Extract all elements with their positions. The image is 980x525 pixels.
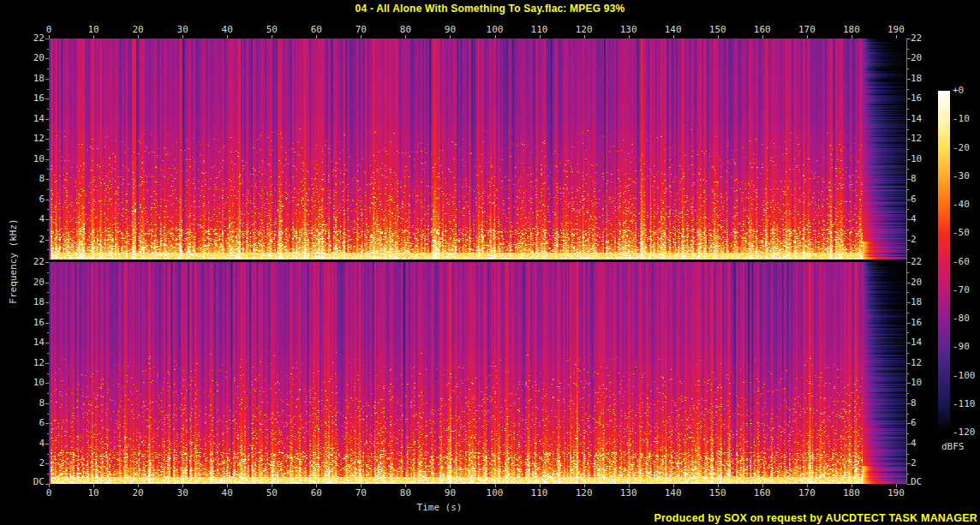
dbfs-colorbar bbox=[938, 91, 950, 433]
freq-tick-label: 4 bbox=[0, 214, 45, 224]
time-tick-label: 180 bbox=[843, 488, 860, 498]
freq-tick bbox=[907, 219, 911, 220]
freq-tick bbox=[45, 283, 49, 283]
time-tick-label: 130 bbox=[620, 25, 637, 35]
freq-minor-tick bbox=[47, 332, 49, 333]
time-tick bbox=[182, 35, 183, 39]
time-tick-label: 40 bbox=[222, 488, 233, 498]
freq-tick bbox=[45, 240, 49, 241]
freq-minor-tick bbox=[47, 393, 49, 394]
freq-minor-tick bbox=[907, 292, 909, 293]
freq-minor-tick bbox=[907, 313, 909, 313]
time-tick bbox=[629, 35, 630, 39]
freq-tick bbox=[907, 240, 911, 241]
freq-tick-label: 18 bbox=[911, 74, 922, 84]
freq-tick-label: 22 bbox=[0, 257, 45, 267]
freq-tick bbox=[907, 58, 911, 59]
freq-tick-label: 10 bbox=[0, 154, 45, 164]
colorbar-tick-label: -120 bbox=[953, 427, 976, 438]
freq-tick-label: 4 bbox=[911, 438, 917, 449]
freq-minor-tick bbox=[907, 189, 909, 190]
freq-tick bbox=[907, 403, 911, 404]
freq-tick bbox=[45, 302, 49, 303]
freq-minor-tick bbox=[907, 109, 909, 110]
time-tick-label: 20 bbox=[132, 25, 143, 35]
freq-tick-label: 18 bbox=[0, 74, 45, 84]
time-tick-label: 100 bbox=[487, 488, 504, 498]
colorbar-tick-label: -40 bbox=[953, 200, 970, 210]
time-tick-label: 170 bbox=[798, 488, 816, 498]
freq-tick bbox=[907, 302, 911, 303]
time-tick-label: 10 bbox=[87, 488, 99, 498]
time-tick bbox=[896, 35, 897, 39]
freq-minor-tick bbox=[47, 169, 49, 170]
time-tick-label: 120 bbox=[576, 488, 593, 498]
time-tick-label: 80 bbox=[400, 25, 411, 35]
time-tick-label: 30 bbox=[177, 488, 188, 498]
colorbar-tick-label: -90 bbox=[953, 342, 970, 352]
freq-minor-tick bbox=[47, 433, 49, 434]
freq-minor-tick bbox=[47, 353, 49, 354]
time-tick-label: 70 bbox=[356, 488, 367, 498]
time-tick-label: 160 bbox=[754, 488, 771, 498]
time-tick bbox=[227, 35, 228, 39]
freq-minor-tick bbox=[47, 313, 49, 313]
time-tick-label: 70 bbox=[356, 25, 367, 35]
freq-tick-label: 16 bbox=[0, 93, 45, 104]
freq-tick-label: 6 bbox=[0, 418, 45, 428]
freq-tick bbox=[45, 119, 49, 120]
freq-tick bbox=[45, 58, 49, 59]
colorbar-tick-label: -110 bbox=[953, 399, 976, 409]
freq-minor-tick bbox=[907, 353, 909, 354]
time-tick-label: 0 bbox=[46, 25, 52, 35]
time-tick-label: 140 bbox=[665, 488, 682, 498]
spectrogram-channel-1 bbox=[49, 39, 906, 260]
freq-tick bbox=[907, 484, 911, 485]
freq-minor-tick bbox=[907, 89, 909, 90]
freq-tick-label: 2 bbox=[0, 235, 45, 245]
freq-minor-tick bbox=[47, 414, 49, 415]
freq-tick-label: 2 bbox=[911, 235, 917, 245]
freq-minor-tick bbox=[47, 69, 49, 69]
dc-label: DC bbox=[911, 477, 922, 487]
freq-tick-label: 16 bbox=[911, 93, 922, 104]
freq-minor-tick bbox=[47, 49, 49, 50]
freq-tick bbox=[907, 363, 911, 364]
time-tick-label: 10 bbox=[87, 25, 99, 35]
freq-tick bbox=[45, 343, 49, 343]
freq-tick bbox=[45, 463, 49, 464]
freq-tick bbox=[907, 98, 911, 99]
time-tick-label: 130 bbox=[620, 488, 637, 498]
freq-tick-label: 8 bbox=[0, 398, 45, 409]
freq-tick-label: 10 bbox=[0, 378, 45, 388]
time-tick-label: 30 bbox=[177, 25, 188, 35]
freq-tick-label: 8 bbox=[911, 398, 917, 409]
freq-minor-tick bbox=[47, 373, 49, 374]
freq-minor-tick bbox=[47, 149, 49, 150]
freq-minor-tick bbox=[47, 249, 49, 250]
colorbar-tick-label: -50 bbox=[953, 228, 970, 238]
freq-tick-label: 12 bbox=[0, 134, 45, 144]
freq-tick bbox=[45, 363, 49, 364]
freq-tick-label: 18 bbox=[911, 297, 922, 307]
freq-minor-tick bbox=[907, 49, 909, 50]
time-tick-label: 140 bbox=[665, 25, 682, 35]
colorbar-tick-label: +0 bbox=[953, 86, 964, 96]
freq-tick-label: 12 bbox=[911, 358, 922, 368]
time-tick-label: 20 bbox=[132, 488, 143, 498]
freq-minor-tick bbox=[47, 454, 49, 455]
dbfs-unit-label: dBFS bbox=[941, 442, 965, 452]
freq-minor-tick bbox=[47, 292, 49, 293]
freq-minor-tick bbox=[907, 454, 909, 455]
freq-tick bbox=[907, 139, 911, 140]
freq-tick-label: 6 bbox=[0, 194, 45, 205]
time-tick-label: 150 bbox=[709, 488, 726, 498]
time-tick bbox=[450, 35, 451, 39]
freq-minor-tick bbox=[47, 230, 49, 230]
time-axis-title: Time (s) bbox=[417, 503, 463, 513]
freq-minor-tick bbox=[47, 109, 49, 110]
freq-minor-tick bbox=[907, 474, 909, 474]
freq-tick bbox=[45, 79, 49, 80]
freq-minor-tick bbox=[907, 169, 909, 170]
freq-tick-label: 4 bbox=[0, 438, 45, 449]
